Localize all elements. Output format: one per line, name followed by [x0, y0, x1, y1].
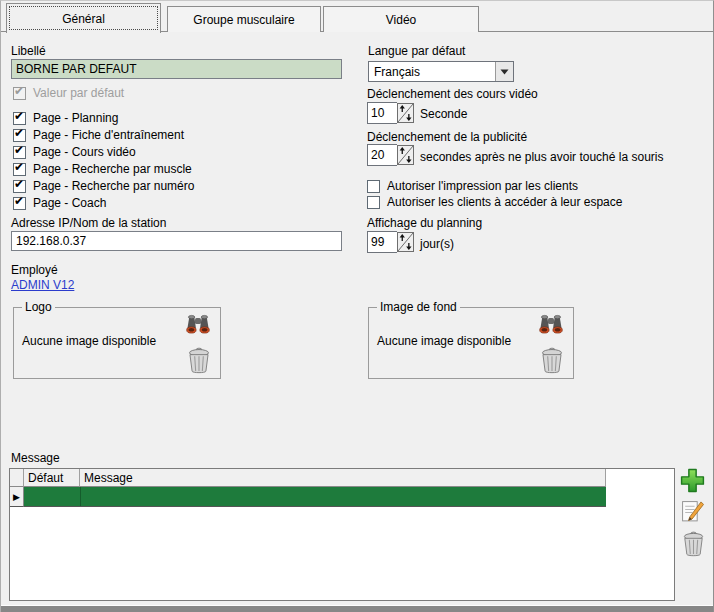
combo-dropdown-button[interactable] [495, 62, 513, 81]
logo-empty-text: Aucune image disponible [22, 334, 156, 348]
espace-checkbox[interactable] [367, 196, 380, 209]
logo-delete-trash-icon[interactable] [187, 346, 211, 374]
libelle-label: Libellé [11, 44, 46, 58]
planning-spinner [367, 231, 414, 253]
check-icon: ✔ [14, 110, 24, 123]
adresse-ip-label: Adresse IP/Nom de la station [11, 216, 166, 230]
page-recherche-muscle-label: Page - Recherche par muscle [33, 162, 192, 176]
langue-label: Langue par défaut [368, 44, 465, 58]
impression-label: Autoriser l'impression par les clients [387, 179, 578, 193]
grid-selector-header [10, 469, 24, 487]
image-fond-group: Image de fond Aucune image disponible [368, 307, 574, 379]
delete-message-trash-icon[interactable] [682, 530, 705, 557]
spin-updown-icon[interactable] [397, 144, 414, 166]
message-section-label: Message [11, 451, 60, 465]
cours-video-unit: Seconde [420, 107, 467, 121]
window-bottom-bar [1, 605, 714, 612]
planning-input[interactable] [367, 231, 397, 253]
cours-video-label: Déclenchement des cours vidéo [367, 87, 538, 101]
image-fond-browse-binoculars-icon[interactable] [536, 314, 566, 338]
logo-group: Logo Aucune image disponible [13, 307, 221, 379]
image-fond-empty-text: Aucune image disponible [377, 334, 511, 348]
image-fond-group-title: Image de fond [377, 300, 460, 314]
settings-panel: Général Groupe musculaire Vidéo Libellé … [0, 0, 714, 612]
logo-browse-binoculars-icon[interactable] [183, 314, 213, 338]
page-fiche-checkbox[interactable]: ✔ [13, 129, 26, 142]
publicite-spinner [367, 144, 414, 166]
tab-bar: Général Groupe musculaire Vidéo [1, 1, 714, 32]
impression-checkbox[interactable] [367, 180, 380, 193]
spin-updown-icon[interactable] [397, 102, 414, 124]
employe-label: Employé [11, 263, 58, 277]
page-recherche-muscle-row: ✔ Page - Recherche par muscle [13, 162, 192, 176]
check-icon: ✔ [14, 127, 24, 140]
row-pointer-icon: ▶ [13, 492, 20, 502]
tab-video-label: Vidéo [386, 13, 416, 27]
valeur-defaut-checkbox[interactable]: ✔ [13, 87, 26, 100]
edit-message-pencil-icon[interactable] [681, 499, 704, 524]
page-recherche-numero-row: ✔ Page - Recherche par numéro [13, 179, 194, 193]
planning-label: Affichage du planning [367, 216, 482, 230]
cours-video-spinner [367, 102, 414, 124]
check-icon: ✔ [14, 178, 24, 191]
grid-header-defaut: Défaut [24, 469, 80, 487]
grid-header-message: Message [80, 469, 606, 487]
page-planning-checkbox[interactable]: ✔ [13, 112, 26, 125]
employe-link[interactable]: ADMIN V12 [11, 278, 74, 292]
page-recherche-numero-checkbox[interactable]: ✔ [13, 180, 26, 193]
publicite-label: Déclenchement de la publicité [367, 130, 527, 144]
langue-selected-value: Français [369, 65, 495, 79]
add-message-plus-icon[interactable] [679, 467, 706, 494]
check-icon: ✔ [14, 161, 24, 174]
page-fiche-row: ✔ Page - Fiche d'entraînement [13, 128, 184, 142]
page-coach-row: ✔ Page - Coach [13, 196, 106, 210]
page-planning-label: Page - Planning [33, 111, 118, 125]
planning-unit: jour(s) [420, 237, 454, 251]
page-cours-video-label: Page - Cours vidéo [33, 145, 136, 159]
chevron-down-icon [500, 69, 509, 75]
page-coach-checkbox[interactable]: ✔ [13, 197, 26, 210]
espace-label: Autoriser les clients à accéder à leur e… [387, 195, 622, 209]
logo-group-title: Logo [22, 300, 55, 314]
valeur-defaut-checkbox-row: ✔ Valeur par défaut [13, 86, 124, 100]
tab-general[interactable]: Général [6, 3, 161, 33]
espace-checkbox-row: Autoriser les clients à accéder à leur e… [367, 195, 622, 209]
page-recherche-numero-label: Page - Recherche par numéro [33, 179, 194, 193]
check-icon: ✔ [14, 85, 24, 98]
page-planning-row: ✔ Page - Planning [13, 111, 118, 125]
tab-groupe-musculaire-label: Groupe musculaire [193, 13, 294, 27]
check-icon: ✔ [14, 195, 24, 208]
publicite-unit: secondes après ne plus avoir touché la s… [420, 150, 663, 164]
page-recherche-muscle-checkbox[interactable]: ✔ [13, 163, 26, 176]
cours-video-input[interactable] [367, 102, 397, 124]
page-fiche-label: Page - Fiche d'entraînement [33, 128, 184, 142]
image-fond-delete-trash-icon[interactable] [540, 346, 564, 374]
page-coach-label: Page - Coach [33, 196, 106, 210]
libelle-input[interactable] [11, 59, 342, 79]
spin-updown-icon[interactable] [397, 231, 414, 253]
adresse-ip-input[interactable] [11, 231, 342, 251]
tab-video[interactable]: Vidéo [323, 6, 479, 32]
grid-cell-divider [80, 487, 81, 506]
publicite-input[interactable] [367, 144, 397, 166]
page-cours-video-checkbox[interactable]: ✔ [13, 146, 26, 159]
grid-selected-row[interactable] [24, 487, 606, 507]
check-icon: ✔ [14, 144, 24, 157]
langue-select[interactable]: Français [368, 61, 514, 82]
valeur-defaut-label: Valeur par défaut [33, 86, 124, 100]
tab-groupe-musculaire[interactable]: Groupe musculaire [167, 6, 321, 32]
grid-row-selector[interactable]: ▶ [10, 487, 24, 507]
tab-general-label: Général [62, 12, 105, 26]
page-cours-video-row: ✔ Page - Cours vidéo [13, 145, 136, 159]
message-grid[interactable]: Défaut Message ▶ [9, 468, 675, 601]
impression-checkbox-row: Autoriser l'impression par les clients [367, 179, 578, 193]
